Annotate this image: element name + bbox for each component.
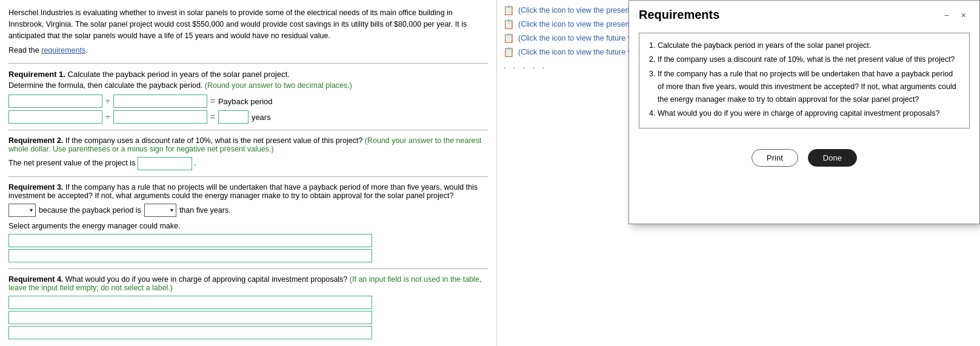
acceptance-dropdown[interactable]: Yes No xyxy=(8,204,36,217)
divider xyxy=(8,63,488,64)
requirements-list: Calculate the payback period in years of… xyxy=(648,39,961,121)
req2-heading: Requirement 2. If the company uses a dis… xyxy=(8,136,488,153)
npv-prefix: The net present value of the project is xyxy=(8,159,135,168)
modal-requirements-box: Calculate the payback period in years of… xyxy=(639,33,970,128)
formula-row-2: ÷ = years xyxy=(8,110,488,124)
req-item-2: If the company uses a discount rate of 1… xyxy=(658,53,961,66)
requirements-link[interactable]: requirements xyxy=(41,46,85,55)
comparison-dropdown-wrapper[interactable]: more less xyxy=(144,204,176,217)
done-button[interactable]: Done xyxy=(808,149,857,167)
req3-heading: Requirement 3. If the company has a rule… xyxy=(8,183,488,200)
arg-input-2[interactable] xyxy=(8,249,372,262)
formula-operator-2: ÷ xyxy=(105,112,110,122)
select-args-label: Select arguments the energy manager coul… xyxy=(8,222,488,230)
payback-period-label: Payback period xyxy=(218,97,273,106)
req1-sub: Determine the formula, then calculate th… xyxy=(8,81,488,90)
acceptance-dropdown-wrapper[interactable]: Yes No xyxy=(8,204,36,217)
fv-factor-icon[interactable]: 📋 xyxy=(503,33,515,44)
modal-body: Calculate the payback period in years of… xyxy=(629,27,979,144)
modal-controls: − × xyxy=(941,9,970,21)
requirements-modal: Requirements − × Calculate the payback p… xyxy=(628,0,980,224)
formula-equals-1: = xyxy=(210,96,215,106)
pv-factor-icon[interactable]: 📋 xyxy=(503,5,515,16)
divider4 xyxy=(8,268,488,269)
formula-row-1: ÷ = Payback period xyxy=(8,95,488,108)
divider2 xyxy=(8,130,488,130)
req4-heading: Requirement 4. What would you do if you … xyxy=(8,275,488,292)
formula-operator-1: ÷ xyxy=(105,96,110,106)
req2-label: Requirement 2. xyxy=(8,136,63,145)
req4-label: Requirement 4. xyxy=(8,275,63,284)
intro-text: Herschel Industries is evaluating whethe… xyxy=(8,8,467,40)
req2-text: If the company uses a discount rate of 1… xyxy=(63,136,365,145)
pv-annuity-icon[interactable]: 📋 xyxy=(503,19,515,30)
dropdown-middle-text: because the payback period is xyxy=(39,206,141,215)
formula-numerator-input[interactable] xyxy=(8,95,102,108)
divider3 xyxy=(8,176,488,177)
req-item-3: If the company has a rule that no projec… xyxy=(658,68,961,107)
req4-input-1[interactable] xyxy=(8,296,372,309)
modal-close-button[interactable]: × xyxy=(958,9,970,21)
req4-text: What would you do if you were in charge … xyxy=(63,275,350,284)
req1-heading: Requirement 1. Calculate the payback per… xyxy=(8,70,488,79)
formula-value2-input[interactable] xyxy=(113,110,207,124)
req1-label: Requirement 1. xyxy=(8,70,65,79)
req-item-4: What would you do if you were in charge … xyxy=(658,107,961,120)
fv-annuity-icon[interactable]: 📋 xyxy=(503,47,515,58)
read-label: Read the xyxy=(8,46,41,55)
dropdown-end-text: than five years. xyxy=(179,206,231,215)
req3-label: Requirement 3. xyxy=(8,183,63,191)
years-label: years xyxy=(252,113,271,122)
npv-row: The net present value of the project is … xyxy=(8,157,488,170)
npv-value-input[interactable] xyxy=(138,157,192,170)
formula-value1-input[interactable] xyxy=(8,110,102,124)
modal-minimize-button[interactable]: − xyxy=(941,9,953,21)
modal-header: Requirements − × xyxy=(629,1,979,27)
separator-dots: · · · · · xyxy=(503,61,547,74)
formula-equals-2: = xyxy=(210,112,215,122)
link-suffix: . xyxy=(85,46,87,55)
arg-input-1[interactable] xyxy=(8,234,372,247)
read-requirements-line: Read the requirements. xyxy=(8,46,488,55)
modal-footer: Print Done xyxy=(629,144,979,171)
modal-title: Requirements xyxy=(639,8,719,22)
left-panel: Herschel Industries is evaluating whethe… xyxy=(0,0,497,346)
formula-result-input[interactable] xyxy=(218,110,248,124)
req4-input-2[interactable] xyxy=(8,311,372,324)
right-panel: 📋 (Click the icon to view the present va… xyxy=(497,0,980,346)
req1-text: Calculate the payback period in years of… xyxy=(65,70,290,79)
req1-sub-green: (Round your answer to two decimal places… xyxy=(205,81,352,90)
formula-denominator-input[interactable] xyxy=(113,95,207,108)
req-item-1: Calculate the payback period in years of… xyxy=(658,39,961,52)
print-button[interactable]: Print xyxy=(752,149,798,167)
intro-paragraph: Herschel Industries is evaluating whethe… xyxy=(8,7,488,41)
req1-sub-text: Determine the formula, then calculate th… xyxy=(8,81,205,90)
req4-input-3[interactable] xyxy=(8,326,372,339)
dropdown-row: Yes No because the payback period is mor… xyxy=(8,204,488,217)
npv-suffix: . xyxy=(194,159,196,168)
comparison-dropdown[interactable]: more less xyxy=(144,204,176,217)
req3-text: If the company has a rule that no projec… xyxy=(8,183,478,200)
